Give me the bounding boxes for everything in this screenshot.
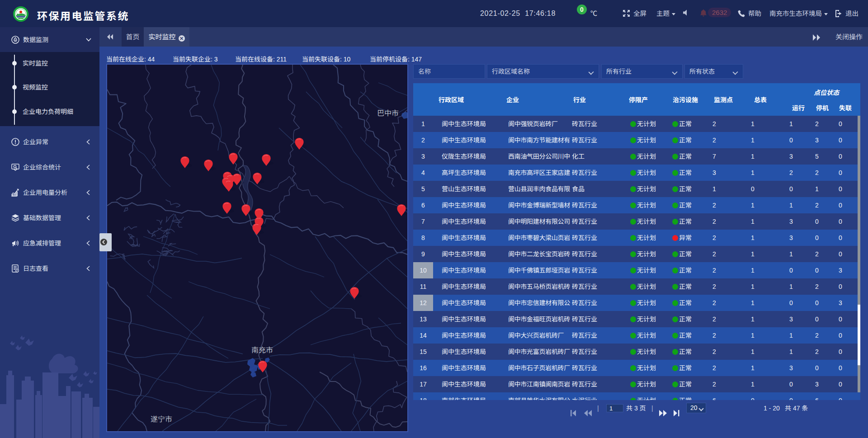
svg-text:遂宁市: 遂宁市	[151, 415, 172, 423]
svg-text:巴中市: 巴中市	[377, 109, 399, 117]
svg-text:南充市: 南充市	[251, 346, 273, 354]
